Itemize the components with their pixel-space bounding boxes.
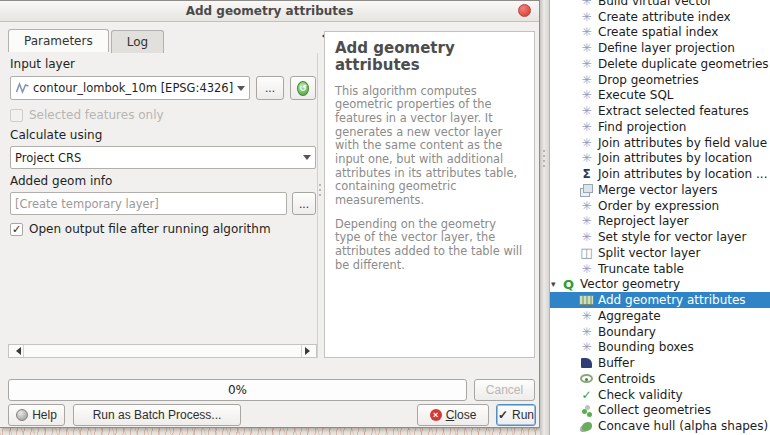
check-icon bbox=[579, 388, 594, 402]
panel-splitter[interactable] bbox=[540, 0, 550, 435]
run-button[interactable]: ✓ Run bbox=[496, 404, 536, 426]
gear-icon bbox=[579, 120, 594, 134]
toolbox-item-label: Check validity bbox=[598, 388, 683, 402]
open-output-label: Open output file after running algorithm bbox=[29, 222, 271, 236]
toolbox-item[interactable]: ▾ Set style for vector layer bbox=[550, 229, 770, 245]
open-output-checkbox[interactable]: ✓ Open output file after running algorit… bbox=[10, 222, 271, 236]
progress-bar: 0% bbox=[8, 379, 467, 401]
toolbox-item-label: Find projection bbox=[598, 120, 686, 134]
toolbox-item[interactable]: ▾ Boundary bbox=[550, 324, 770, 340]
splitter-handle[interactable] bbox=[319, 184, 321, 196]
toolbox-item[interactable]: ▾ Join attributes by location bbox=[550, 151, 770, 167]
centroid-icon bbox=[579, 372, 594, 386]
gear-icon bbox=[579, 25, 594, 39]
expand-triangle-icon[interactable]: ▾ bbox=[551, 279, 561, 289]
gear-icon bbox=[579, 57, 594, 71]
toolbox-item[interactable]: ▾ Buffer bbox=[550, 355, 770, 371]
run-as-batch-button[interactable]: Run as Batch Process... bbox=[73, 404, 241, 426]
iterate-over-layer-button[interactable]: ↺ bbox=[290, 76, 316, 100]
description-panel: Add geometry attributes This algorithm c… bbox=[324, 31, 535, 358]
buffer-icon bbox=[579, 356, 594, 370]
toolbox-item-label: Join attributes by field value bbox=[598, 136, 767, 150]
toolbox-item[interactable]: ▾ Truncate table bbox=[550, 261, 770, 277]
toolbox-item[interactable]: ▾ Join attributes by field value bbox=[550, 135, 770, 151]
toolbox-item-label: Define layer projection bbox=[598, 41, 735, 55]
toolbox-item[interactable]: ▾ Extract selected features bbox=[550, 103, 770, 119]
calculate-using-combo[interactable]: Project CRS bbox=[10, 146, 316, 169]
measure-icon bbox=[579, 293, 594, 307]
parameters-panel: Input layer contour_lombok_10m [EPSG:432… bbox=[0, 53, 318, 358]
toolbox-item[interactable]: ▾ Execute SQL bbox=[550, 88, 770, 104]
added-geom-info-field[interactable]: [Create temporary layer] bbox=[10, 192, 287, 215]
progress-value: 0% bbox=[228, 383, 247, 397]
cancel-button: Cancel bbox=[474, 379, 535, 401]
toolbox-item[interactable]: ▾ Add geometry attributes bbox=[550, 292, 770, 308]
toolbox-item[interactable]: ▾ Build virtual vector bbox=[550, 0, 770, 9]
toolbox-item-label: Centroids bbox=[598, 372, 655, 386]
description-paragraph: This algorithm computes geometric proper… bbox=[335, 85, 524, 208]
toolbox-item[interactable]: ▾ Define layer projection bbox=[550, 40, 770, 56]
toolbox-item[interactable]: ▾ Bounding boxes bbox=[550, 340, 770, 356]
calculate-using-value: Project CRS bbox=[15, 151, 81, 165]
toolbox-item-label: Order by expression bbox=[598, 199, 719, 213]
toolbox-item[interactable]: ▾ Create spatial index bbox=[550, 25, 770, 41]
collect-icon bbox=[579, 403, 594, 417]
scroll-right-icon[interactable] bbox=[301, 345, 316, 357]
toolbox-item-label: Set style for vector layer bbox=[598, 230, 746, 244]
toolbox-item[interactable]: ▾ Centroids bbox=[550, 371, 770, 387]
toolbox-item-label: Build virtual vector bbox=[598, 0, 712, 8]
panel-splitter-handle[interactable] bbox=[543, 150, 545, 167]
tab-log[interactable]: Log bbox=[111, 30, 164, 53]
horizontal-scrollbar[interactable] bbox=[8, 344, 317, 358]
gear-icon bbox=[579, 10, 594, 24]
output-browse-button[interactable]: ... bbox=[292, 192, 316, 215]
toolbox-item[interactable]: ▾ Find projection bbox=[550, 119, 770, 135]
input-layer-browse-button[interactable]: ... bbox=[256, 76, 284, 100]
toolbox-item-label: Truncate table bbox=[598, 262, 684, 276]
chevron-down-icon bbox=[237, 86, 245, 95]
run-label: Run bbox=[512, 408, 534, 422]
description-paragraph: Depending on the geometry type of the ve… bbox=[335, 218, 524, 273]
toolbox-item[interactable]: ▾ Reproject layer bbox=[550, 214, 770, 230]
toolbox-item[interactable]: ▾ Delete duplicate geometries bbox=[550, 56, 770, 72]
toolbox-item-label: Create attribute index bbox=[598, 10, 731, 24]
gear-icon bbox=[579, 325, 594, 339]
window-close-icon[interactable] bbox=[518, 4, 531, 17]
toolbox-item[interactable]: ▾ Split vector layer bbox=[550, 245, 770, 261]
toolbox-item-label: Execute SQL bbox=[598, 88, 674, 102]
toolbox-item[interactable]: ▾ Create attribute index bbox=[550, 9, 770, 25]
toolbox-item-label: Join attributes by location bbox=[598, 151, 752, 165]
toolbox-item-label: Buffer bbox=[598, 356, 634, 370]
gear-icon bbox=[579, 0, 594, 8]
toolbox-item-label: Split vector layer bbox=[598, 246, 700, 260]
help-button[interactable]: Help bbox=[8, 404, 65, 426]
toolbox-item[interactable]: ▾ Concave hull (alpha shapes) bbox=[550, 418, 770, 434]
toolbox-item[interactable]: ▾ Aggregate bbox=[550, 308, 770, 324]
input-layer-combo[interactable]: contour_lombok_10m [EPSG:4326] bbox=[10, 76, 250, 100]
gear-icon bbox=[579, 151, 594, 165]
toolbox-item-label: Add geometry attributes bbox=[598, 293, 746, 307]
toolbox-item-label: Boundary bbox=[598, 325, 656, 339]
toolbox-item-label: Merge vector layers bbox=[598, 183, 718, 197]
toolbox-item[interactable]: ▾ Collect geometries bbox=[550, 403, 770, 419]
merge-icon bbox=[579, 183, 594, 197]
dialog-titlebar[interactable]: Add geometry attributes bbox=[0, 1, 539, 22]
toolbox-item[interactable]: ▾ Vector geometry bbox=[550, 277, 770, 293]
toolbox-item-label: Concave hull (alpha shapes) bbox=[598, 419, 768, 433]
tab-parameters[interactable]: Parameters bbox=[8, 29, 109, 52]
input-layer-value: contour_lombok_10m [EPSG:4326] bbox=[33, 81, 233, 95]
scroll-left-icon[interactable] bbox=[9, 345, 24, 357]
gear-icon bbox=[579, 41, 594, 55]
gear-icon bbox=[579, 199, 594, 213]
close-label: Close bbox=[446, 408, 477, 422]
toolbox-item[interactable]: ▾ Merge vector layers bbox=[550, 182, 770, 198]
toolbox-item-label: Vector geometry bbox=[580, 277, 680, 291]
toolbox-item[interactable]: ▾ Check validity bbox=[550, 387, 770, 403]
toolbox-item-label: Drop geometries bbox=[598, 73, 699, 87]
gear-icon bbox=[579, 262, 594, 276]
toolbox-item[interactable]: ▾ Join attributes by location ... bbox=[550, 166, 770, 182]
add-geometry-attributes-dialog: Add geometry attributes Parameters Log I… bbox=[0, 0, 540, 428]
toolbox-item[interactable]: ▾ Order by expression bbox=[550, 198, 770, 214]
toolbox-item[interactable]: ▾ Drop geometries bbox=[550, 72, 770, 88]
close-button[interactable]: × Close bbox=[417, 404, 489, 426]
